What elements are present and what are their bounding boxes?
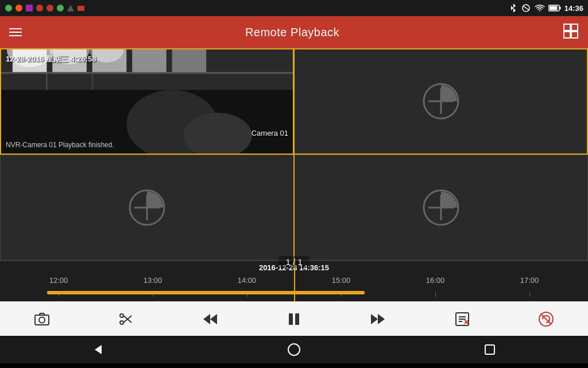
pause-button[interactable]	[280, 305, 308, 333]
battery-icon	[548, 5, 561, 12]
app-icon-3	[25, 4, 33, 12]
mute-icon	[538, 311, 554, 327]
svg-rect-16	[571, 32, 578, 38]
video-cell-2[interactable]	[294, 48, 588, 155]
add-camera-placeholder-2	[423, 83, 459, 120]
menu-button[interactable]	[9, 28, 22, 36]
camera-timestamp: 12-28-2016 星期三 4:26:58	[6, 54, 96, 64]
bluetooth-icon	[509, 3, 517, 13]
timeline-activity-bar	[47, 291, 365, 294]
svg-point-4	[47, 5, 53, 12]
home-button[interactable]	[277, 336, 311, 363]
svg-point-45	[120, 321, 123, 324]
svg-marker-6	[67, 5, 74, 12]
rewind-icon	[202, 311, 218, 327]
screenshot-button[interactable]	[28, 305, 56, 333]
timeline-area[interactable]: 2016-12-28 14:36:15 12:00 13:00 14:00 15…	[0, 261, 588, 301]
wifi-icon	[535, 4, 545, 12]
layout-button[interactable]	[563, 23, 579, 41]
app-bar: Remote Playback	[0, 16, 588, 48]
svg-rect-23	[172, 49, 207, 73]
clock: 14:36	[564, 4, 583, 13]
video-cell-3[interactable]	[0, 155, 294, 261]
home-icon	[287, 343, 301, 356]
svg-rect-11	[559, 7, 560, 10]
app-icon-6	[56, 4, 64, 12]
app-icon-8	[77, 4, 85, 12]
recent-icon	[483, 343, 497, 356]
app-title: Remote Playback	[245, 26, 339, 39]
video-cell-4[interactable]	[294, 155, 588, 261]
svg-marker-48	[203, 314, 210, 324]
time-label-13: 13:00	[144, 276, 163, 285]
svg-rect-7	[78, 6, 84, 11]
export-icon	[454, 311, 470, 327]
svg-point-1	[16, 5, 22, 12]
fastforward-button[interactable]	[364, 305, 392, 333]
pause-icon	[286, 311, 302, 327]
svg-rect-13	[564, 24, 570, 30]
fast-forward-icon	[370, 311, 386, 327]
nav-bar	[0, 336, 588, 363]
bottom-toolbar	[0, 301, 588, 336]
svg-rect-64	[485, 345, 494, 354]
time-label-14: 14:00	[238, 276, 257, 285]
status-icons-right: 14:36	[509, 3, 583, 13]
video-cell-1[interactable]: 12-28-2016 星期三 4:26:58 Camera 01 NVR-Cam…	[0, 48, 294, 155]
mute-button[interactable]	[532, 305, 560, 333]
camera-status: NVR-Camera 01 Playback finished.	[6, 141, 114, 149]
svg-rect-51	[295, 313, 299, 325]
svg-rect-2	[26, 5, 33, 12]
time-label-17: 17:00	[520, 276, 539, 285]
app-icon-5	[46, 4, 54, 12]
svg-point-3	[36, 5, 43, 12]
svg-rect-14	[571, 24, 578, 30]
app-icon-1	[5, 4, 13, 12]
svg-marker-53	[378, 314, 385, 324]
svg-point-5	[57, 5, 64, 12]
svg-rect-12	[549, 6, 557, 10]
time-label-15: 15:00	[332, 276, 351, 285]
svg-point-63	[288, 344, 300, 355]
app-icon-4	[36, 4, 44, 12]
svg-marker-62	[95, 345, 102, 354]
scissors-icon	[118, 311, 134, 327]
time-label-12: 12:00	[49, 276, 68, 285]
recent-button[interactable]	[473, 336, 507, 363]
camera-name: Camera 01	[252, 129, 288, 137]
svg-point-0	[5, 5, 12, 12]
svg-marker-49	[210, 314, 217, 324]
back-icon	[91, 343, 105, 356]
rewind-button[interactable]	[196, 305, 224, 333]
camera-icon	[34, 311, 50, 327]
add-camera-placeholder-4	[423, 189, 459, 226]
add-camera-placeholder-3	[129, 189, 165, 226]
svg-line-9	[523, 6, 529, 10]
svg-rect-50	[289, 313, 293, 325]
status-icons-left	[5, 4, 85, 12]
export-button[interactable]	[448, 305, 476, 333]
clip-button[interactable]	[112, 305, 140, 333]
svg-marker-52	[371, 314, 378, 324]
svg-rect-22	[132, 49, 167, 73]
svg-point-44	[120, 314, 123, 317]
svg-rect-15	[564, 32, 570, 38]
app-icon-7	[67, 4, 75, 12]
video-grid: 12-28-2016 星期三 4:26:58 Camera 01 NVR-Cam…	[0, 48, 588, 261]
time-label-16: 16:00	[426, 276, 445, 285]
back-button[interactable]	[81, 336, 115, 363]
timeline-cursor	[294, 261, 295, 301]
status-bar: 14:36	[0, 0, 588, 16]
svg-point-43	[39, 317, 45, 323]
app-icon-2	[15, 4, 23, 12]
signal-block-icon	[521, 4, 531, 12]
